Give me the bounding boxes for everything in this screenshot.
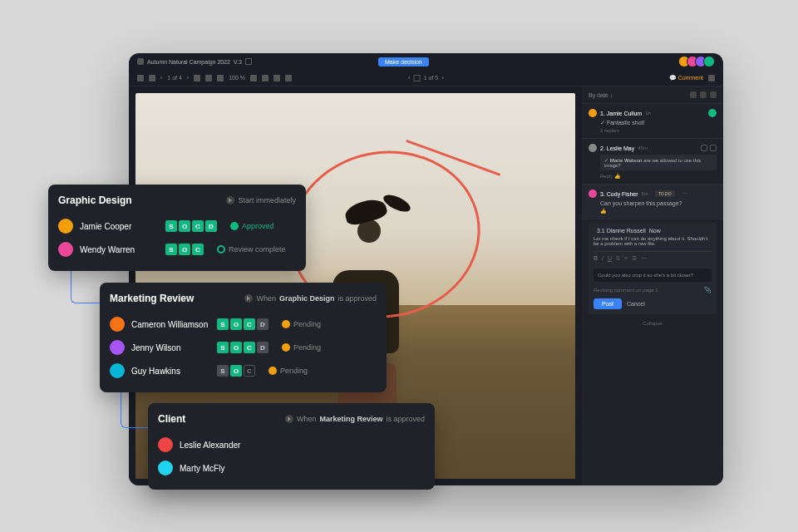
avatar [110,340,125,355]
comment-item[interactable]: 1. Jamie Cullum 1h ✓ Fantastic shot! 2 r… [582,104,723,139]
todo-badge[interactable]: TO DO [655,190,675,197]
italic-icon[interactable]: I [602,255,603,262]
reviewer-row[interactable]: Wendy Warren SOC Review complete [58,238,296,261]
sort-dropdown[interactable]: By date ↓ [589,92,613,98]
list-icon[interactable]: ≡ [624,255,628,262]
more-format-icon[interactable]: ⋯ [641,255,647,262]
play-icon [226,196,234,204]
reviewer-row[interactable]: Marty McFly [158,456,425,480]
tool-icon[interactable] [262,75,268,81]
cancel-button[interactable]: Cancel [627,301,645,307]
reply-time: Now [649,228,661,234]
reviewer-name: Cameron Williamson [131,320,210,329]
permission-badges[interactable]: SOCD [217,318,268,330]
avatar [158,461,173,475]
reviewer-name: Wendy Warren [80,245,159,254]
action-icon[interactable] [701,145,707,151]
collapse-button[interactable]: Collapse [582,318,723,329]
avatar [58,219,73,234]
permission-badges[interactable]: SOCD [217,342,268,353]
comment-button[interactable]: 💬 Comment [669,75,703,81]
expand-icon[interactable] [690,91,697,98]
version-badge[interactable]: V.3 [234,59,242,65]
reply-input[interactable]: Could you also crop it so she's a bit cl… [594,268,712,282]
attach-icon[interactable]: 📎 [704,287,712,293]
mention-highlight: ✓ Marie Watson are we allowed to use thi… [600,155,717,170]
more-icon[interactable] [710,91,717,98]
reviewer-name: Jenny Wilson [131,343,210,352]
underline-icon[interactable]: U [608,255,612,262]
resolved-check-icon[interactable] [708,109,717,117]
comment-text: Can you sharpen this passage? [600,200,717,206]
more-icon[interactable]: ⋯ [682,190,687,197]
comment-author: 2. Leslie May [600,145,634,151]
stage-trigger: Start immediately [226,196,296,204]
zoom-in-icon[interactable] [217,75,224,81]
reviewer-name: Guy Hawkins [131,367,210,376]
print-icon[interactable] [285,75,292,81]
filter-icon[interactable] [700,91,707,98]
avatar [58,242,73,257]
workflow-connector [71,266,100,303]
reply-author: 3.1 Dianne Russell [597,228,646,234]
reply-link[interactable]: Reply 👍 [600,173,717,179]
comment-author: 1. Jamie Cullum [600,111,642,116]
copy-icon[interactable] [245,58,252,65]
comment-author: 3. Cody Fisher [600,191,638,197]
stage-title: Client [158,413,185,425]
avatar [589,109,597,117]
permission-badges[interactable]: SOC [217,365,255,377]
status-approved: Approved [230,222,274,230]
reviewer-row[interactable]: Jenny Wilson SOCD Pending [110,336,377,359]
stage-trigger: When Marketing Review is approved [285,415,425,423]
reviewer-row[interactable]: Guy Hawkins SOC Pending [110,359,377,382]
avatar [158,437,173,452]
comment-item[interactable]: 3. Cody Fisher 5m TO DO ⋯ Can you sharpe… [582,185,723,219]
zoom-out-icon[interactable] [194,75,200,81]
zoom-level[interactable]: 100 % [229,75,245,81]
rotate-icon[interactable] [250,75,257,81]
comments-sidebar: By date ↓ 1. Jamie Cullum 1h ✓ Fantastic… [582,86,723,485]
post-button[interactable]: Post [594,298,622,309]
reviewer-row[interactable]: Cameron Williamson SOCD Pending [110,313,377,336]
bold-icon[interactable]: B [594,255,598,262]
nav-prev-icon[interactable]: ‹ [160,75,162,81]
grid-icon[interactable] [149,75,155,81]
strike-icon[interactable]: S [616,255,620,262]
workflow-stage-card[interactable]: Client When Marketing Review is approved… [148,403,435,490]
sidebar-toggle-icon[interactable] [137,75,144,81]
permission-badges[interactable]: SOC [165,244,204,255]
reviewer-name: Marty McFly [180,464,259,473]
avatar[interactable] [703,56,715,67]
breadcrumb[interactable]: Autumn Natural Campaign 2022 V.3 [137,58,252,65]
replies-link[interactable]: 2 replies [600,128,717,133]
reviewer-row[interactable]: Jamie Cooper SOCD Approved [58,214,296,238]
next-page-icon[interactable]: › [441,74,444,81]
prev-page-icon[interactable]: ‹ [408,74,411,81]
numbered-list-icon[interactable]: ☰ [632,255,637,262]
stage-title: Marketing Review [110,293,194,304]
nav-next-icon[interactable]: › [187,75,189,81]
stage-title: Graphic Design [58,195,132,206]
status-pending: Pending [268,367,308,375]
make-decision-button[interactable]: Make decision [378,57,429,66]
page-thumb-icon[interactable] [414,75,421,81]
like-icon[interactable]: 👍 [600,208,717,214]
avatar [589,144,597,152]
page-indicator-main: 1 of 5 [424,75,439,81]
zoom-fit-icon[interactable] [205,75,212,81]
permission-badges[interactable]: SOCD [165,220,217,232]
download-icon[interactable] [273,75,280,81]
action-icon[interactable] [710,145,717,151]
reviewer-row[interactable]: Leslie Alexander [158,433,425,456]
collaborator-avatars[interactable] [682,56,715,67]
status-pending: Pending [282,343,321,352]
comment-item[interactable]: 2. Leslie May 45m ✓ Marie Watson are we … [582,139,723,185]
workflow-stage-card[interactable]: Marketing Review When Graphic Design is … [100,283,387,392]
notifications-icon[interactable] [708,75,715,81]
workflow-stage-card[interactable]: Graphic Design Start immediately Jamie C… [48,185,306,271]
file-title: Autumn Natural Campaign 2022 [147,59,230,65]
home-icon[interactable] [137,58,144,65]
avatar [110,363,125,378]
avatar [589,190,597,198]
